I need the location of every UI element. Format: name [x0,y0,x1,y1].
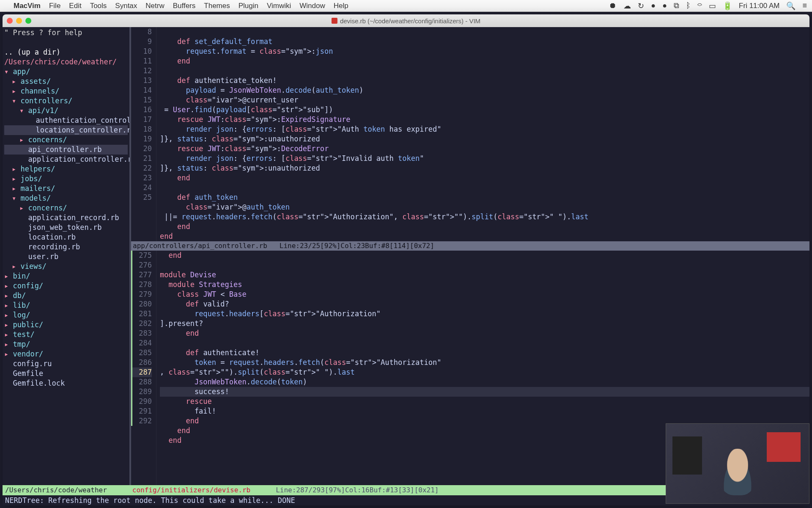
nerdtree-updir[interactable]: .. (up a dir) [4,47,128,57]
top-statusline: app/controllers/api_controller.rb Line:2… [131,241,809,251]
tree-dir-helpers-[interactable]: ▸ helpers/ [4,164,128,174]
window-title: devise.rb (~/code/weather/config/initial… [332,17,480,25]
cloud-icon[interactable]: ☁ [623,1,631,11]
tree-dir-jobs-[interactable]: ▸ jobs/ [4,174,128,184]
tree-file-application-record-rb[interactable]: application_record.rb [4,213,128,223]
tree-dir-public-[interactable]: ▸ public/ [4,320,128,330]
tree-dir-mailers-[interactable]: ▸ mailers/ [4,184,128,193]
wifi-icon[interactable]: ⌔ [697,1,702,10]
status-cwd: /Users/chris/code/weather [5,485,107,495]
spotlight-icon[interactable]: 🔍 [786,1,796,11]
menu-themes[interactable]: Themes [204,2,230,10]
tree-dir-tmp-[interactable]: ▸ tmp/ [4,340,128,349]
bluetooth-icon[interactable]: ᛒ [686,1,691,10]
tree-file-recording-rb[interactable]: recording.rb [4,242,128,252]
tree-dir-vendor-[interactable]: ▸ vendor/ [4,349,128,359]
nerdtree-help: " Press ? for help [4,28,128,38]
menubar-clock[interactable]: Fri 11:00 AM [739,2,779,10]
tree-file-json-web-token-rb[interactable]: json_web_token.rb [4,223,128,232]
status-file: config/initializers/devise.rb [132,485,250,495]
tree-dir-views-[interactable]: ▸ views/ [4,262,128,271]
top-gutter: 8910111213141516171819202122232425 [131,27,156,241]
tree-dir-controllers-[interactable]: ▾ controllers/ [4,96,128,106]
menu-help[interactable]: Help [334,2,348,10]
traffic-lights [7,18,31,24]
close-button[interactable] [7,18,13,24]
screencast-icon[interactable]: ⏺ [609,1,617,10]
tree-dir-bin-[interactable]: ▸ bin/ [4,271,128,281]
hat-icon[interactable]: ● [651,1,656,10]
tree-dir-concerns-[interactable]: ▸ concerns/ [4,203,128,213]
tree-file-application-controller-rb[interactable]: application_controller.rb [4,155,128,164]
menu-window[interactable]: Window [299,2,325,10]
top-status-text: app/controllers/api_controller.rb Line:2… [133,241,434,251]
macos-menubar: MacVim File Edit Tools Syntax Netrw Buff… [0,0,812,12]
tree-file-config-ru[interactable]: config.ru [4,359,128,369]
tree-dir-lib-[interactable]: ▸ lib/ [4,301,128,310]
top-pane[interactable]: 8910111213141516171819202122232425 def s… [131,27,809,241]
tree-dir-concerns-[interactable]: ▸ concerns/ [4,135,128,145]
nerdtree-root[interactable]: /Users/chris/code/weather/ [4,57,128,67]
tree-dir-log-[interactable]: ▸ log/ [4,310,128,320]
menu-edit[interactable]: Edit [69,2,81,10]
tree-file-user-rb[interactable]: user.rb [4,252,128,262]
tree-file-gemfile-lock[interactable]: Gemfile.lock [4,378,128,388]
tree-dir-channels-[interactable]: ▸ channels/ [4,86,128,96]
bottom-gutter: 2752762772782792802812822832842852862872… [131,251,156,485]
tree-dir-db-[interactable]: ▸ db/ [4,291,128,301]
menu-plugin[interactable]: Plugin [239,2,258,10]
app-name[interactable]: MacVim [14,2,41,10]
user-icon[interactable]: ● [662,1,667,10]
menu-netrw[interactable]: Netrw [145,2,164,10]
dropbox-icon[interactable]: ⧉ [674,1,679,10]
battery-icon[interactable]: 🔋 [723,1,732,11]
tree-file-authentication-control-[interactable]: authentication_control> [4,116,128,125]
tree-dir-models-[interactable]: ▾ models/ [4,193,128,203]
top-code[interactable]: def set_default_format request.format = … [156,27,809,241]
tree-dir-test-[interactable]: ▸ test/ [4,330,128,340]
tree-file-locations-controller-rb[interactable]: locations_controller.rb [4,125,128,135]
menu-syntax[interactable]: Syntax [115,2,137,10]
tree-file-gemfile[interactable]: Gemfile [4,369,128,378]
control-center-icon[interactable]: ≡ [802,1,807,10]
minimize-button[interactable] [16,18,22,24]
webcam-overlay [666,423,809,504]
menu-buffers[interactable]: Buffers [173,2,196,10]
tree-dir-assets-[interactable]: ▸ assets/ [4,77,128,86]
window-title-text: devise.rb (~/code/weather/config/initial… [340,17,480,25]
menu-file[interactable]: File [49,2,60,10]
display-icon[interactable]: ▭ [709,1,716,11]
sync-icon[interactable]: ↻ [638,1,644,11]
tree-file-location-rb[interactable]: location.rb [4,232,128,242]
tree-file-api-controller-rb[interactable]: api_controller.rb [4,145,128,155]
cmdline-text: NERDTree: Refreshing the root node. This… [5,496,295,505]
zoom-button[interactable] [25,18,31,24]
menu-vimwiki[interactable]: Vimwiki [267,2,291,10]
status-info: Line:287/293[97%]Col:16Buf:#13[33][0x21] [276,485,439,495]
tree-dir-app-[interactable]: ▾ app/ [4,67,128,77]
tree-dir-api-v1-[interactable]: ▾ api/v1/ [4,106,128,116]
menu-tools[interactable]: Tools [90,2,107,10]
nerdtree-sidebar[interactable]: " Press ? for help .. (up a dir)/Users/c… [3,27,129,485]
tree-dir-config-[interactable]: ▸ config/ [4,281,128,291]
ruby-file-icon [332,18,337,24]
window-titlebar[interactable]: devise.rb (~/code/weather/config/initial… [3,14,809,27]
